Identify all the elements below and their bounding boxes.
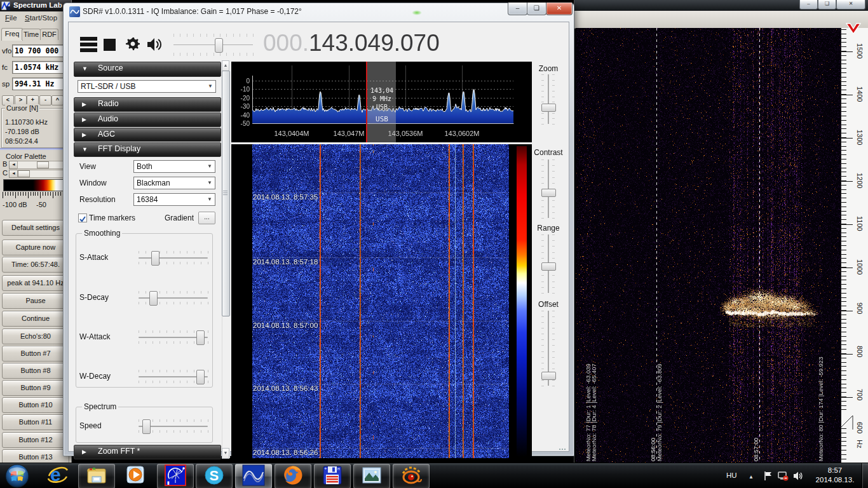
panel-header-agc[interactable]: ▶AGC bbox=[74, 128, 221, 142]
nav-button-4[interactable]: ^ bbox=[51, 95, 64, 105]
bandplan-label: USB bbox=[362, 115, 402, 123]
slider-tick bbox=[187, 430, 187, 433]
settings-gear-icon[interactable] bbox=[124, 35, 142, 53]
time-markers-checkbox[interactable] bbox=[78, 214, 87, 222]
spectrum-display[interactable]: 0-10-20-30-40-50143,0404M143,047M143,053… bbox=[231, 62, 532, 142]
meteor-waterfall-display[interactable] bbox=[576, 28, 841, 463]
vfo-input[interactable]: 10 700 000 bbox=[12, 44, 69, 57]
maximize-button[interactable]: ❏ bbox=[818, 0, 836, 10]
zoom-slider-track[interactable] bbox=[548, 74, 549, 124]
language-indicator[interactable]: HU bbox=[726, 471, 737, 479]
fft-view-select[interactable]: Both▼ bbox=[133, 160, 215, 173]
internet-explorer-taskbar-button[interactable]: e bbox=[40, 464, 76, 487]
sl-button-6[interactable]: Echo's:80 bbox=[2, 329, 69, 344]
slider-tick bbox=[187, 341, 187, 344]
panel-header-zoom-fft[interactable]: ▶Zoom FFT * bbox=[74, 445, 221, 459]
zoom-slider-thumb[interactable] bbox=[541, 104, 556, 112]
scrollbar-up-icon[interactable]: ▲ bbox=[222, 60, 229, 71]
sl-button-11[interactable]: Button #11 bbox=[2, 414, 69, 430]
panel-header-audio[interactable]: ▶Audio bbox=[74, 112, 221, 127]
tab-rdf[interactable]: RDF bbox=[40, 29, 58, 40]
sl-button-5[interactable]: Continue bbox=[2, 311, 69, 327]
menu-item-startstop[interactable]: Start/Stop bbox=[25, 14, 57, 22]
clock-time[interactable]: 8:57 bbox=[815, 466, 855, 474]
waterfall-display[interactable]: 2014.08.13. 8:57:352014.08.13. 8:57:1820… bbox=[231, 144, 532, 458]
sdrsharp-taskbar-button[interactable] bbox=[235, 464, 272, 488]
speed-slider-thumb[interactable] bbox=[142, 419, 151, 434]
sl-button-9[interactable]: Button #9 bbox=[2, 380, 69, 396]
panel-header-radio[interactable]: ▶Radio bbox=[74, 97, 221, 112]
slider-tick bbox=[166, 302, 167, 304]
firefox-taskbar-button[interactable] bbox=[275, 464, 311, 488]
slider-tick bbox=[552, 322, 555, 323]
sl-button-4[interactable]: Pause bbox=[2, 293, 69, 309]
w-decay-slider-thumb[interactable] bbox=[196, 370, 205, 384]
panel-header-source[interactable]: ▼Source bbox=[74, 62, 221, 77]
sl-button-0[interactable]: Default settings bbox=[2, 220, 69, 236]
fft-resolution-select[interactable]: 16384▼ bbox=[133, 193, 215, 206]
minimize-button[interactable]: – bbox=[799, 0, 818, 10]
range-slider-thumb[interactable] bbox=[541, 262, 556, 271]
sl-button-2[interactable]: Time: 06:57:48. bbox=[2, 257, 69, 273]
nav-button-3[interactable]: - bbox=[39, 95, 51, 105]
volume-slider-track[interactable] bbox=[173, 44, 253, 45]
clock-date[interactable]: 2014.08.13. bbox=[810, 476, 860, 484]
offset-slider-thumb[interactable] bbox=[541, 372, 556, 380]
stop-icon[interactable] bbox=[104, 39, 116, 51]
volume-slider-thumb[interactable] bbox=[215, 38, 223, 53]
s-decay-slider-thumb[interactable] bbox=[149, 291, 158, 306]
palette-b-thumb[interactable] bbox=[37, 161, 49, 168]
minimize-button[interactable]: – bbox=[508, 3, 527, 15]
sl-button-7[interactable]: Button #7 bbox=[2, 346, 69, 362]
waterfall-timestamp: 2014.08.13. 8:57:35 bbox=[253, 193, 318, 201]
palette-gradient-bar[interactable] bbox=[3, 179, 68, 191]
spectrum-lab-app-taskbar-button[interactable]: ▮ bbox=[157, 464, 194, 488]
close-button[interactable]: ✕ bbox=[546, 3, 573, 15]
sl-button-12[interactable]: Button #12 bbox=[2, 432, 69, 448]
start-button[interactable] bbox=[4, 464, 31, 488]
spectrum-lab-titlebar[interactable]: Spectrum Lab bbox=[0, 0, 71, 11]
gradient-edit-button[interactable]: ... bbox=[198, 212, 215, 224]
tab-freq[interactable]: Freq bbox=[1, 28, 23, 41]
sl-button-1[interactable]: Capture now bbox=[2, 240, 69, 255]
waterfall-timestamp: 2014.08.13. 8:56:43 bbox=[253, 384, 318, 392]
action-center-flag-icon[interactable] bbox=[763, 471, 774, 481]
panel-header-fft-display[interactable]: ▼FFT Display bbox=[74, 142, 221, 157]
sl-button-3[interactable]: peak at 941.10 Hz bbox=[2, 275, 69, 291]
w-attack-slider-thumb[interactable] bbox=[196, 330, 205, 345]
fft-window-select[interactable]: Blackman▼ bbox=[133, 177, 215, 189]
contrast-slider-thumb[interactable] bbox=[541, 189, 556, 197]
show-desktop-button[interactable] bbox=[862, 463, 868, 488]
close-button[interactable]: ✕ bbox=[836, 0, 865, 10]
s-attack-slider-track[interactable] bbox=[139, 257, 208, 259]
skype-taskbar-button[interactable]: S bbox=[196, 464, 233, 488]
fc-input[interactable]: 1.0574 kHz bbox=[12, 61, 69, 74]
sp-input[interactable]: 994.31 Hz bbox=[12, 78, 69, 90]
windows-explorer-taskbar-button[interactable] bbox=[78, 464, 115, 488]
frequency-display[interactable]: 000.143.049.070 bbox=[263, 30, 440, 57]
maximize-button[interactable]: ❏ bbox=[527, 3, 546, 15]
tab-time[interactable]: Time bbox=[22, 29, 41, 40]
sl-button-8[interactable]: Button #8 bbox=[2, 363, 69, 379]
menu-icon[interactable] bbox=[80, 37, 97, 52]
floppy-app-taskbar-button[interactable]: +H bbox=[314, 464, 351, 488]
s-attack-slider-thumb[interactable] bbox=[151, 251, 159, 266]
show-hidden-icons-icon[interactable]: ▲ bbox=[749, 474, 754, 480]
scrollbar-down-icon[interactable]: ▼ bbox=[222, 448, 229, 459]
ruler-major-tick bbox=[841, 138, 853, 139]
palette-c-thumb[interactable] bbox=[18, 170, 30, 177]
display-red-badge-icon[interactable] bbox=[778, 471, 789, 481]
slider-tick bbox=[552, 207, 555, 207]
photo-viewer-taskbar-button[interactable] bbox=[353, 464, 390, 488]
speaker-icon[interactable] bbox=[146, 36, 164, 53]
scrollbar-thumb[interactable] bbox=[222, 71, 230, 316]
smoothing-group-title: Smoothing bbox=[82, 229, 122, 238]
slider-tick bbox=[173, 302, 174, 304]
menu-item-file[interactable]: File bbox=[5, 14, 17, 22]
media-player-taskbar-button[interactable] bbox=[118, 464, 153, 487]
sl-button-10[interactable]: Button #10 bbox=[2, 397, 69, 413]
waterfall-gradient-legend[interactable] bbox=[517, 146, 527, 457]
irfanview-taskbar-button[interactable] bbox=[393, 464, 430, 488]
source-device-select[interactable]: RTL-SDR / USB▼ bbox=[78, 80, 216, 93]
volume-icon[interactable] bbox=[793, 471, 804, 481]
